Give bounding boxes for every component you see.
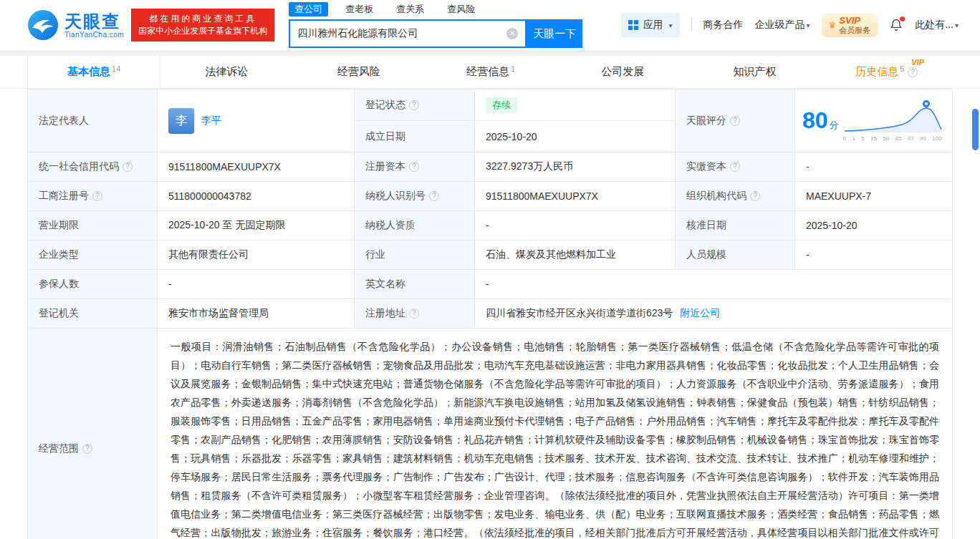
field-label-approval-date: 核准日期 <box>676 211 795 241</box>
tab-count: 14 <box>112 64 120 73</box>
industry-value: 石油、煤炭及其他燃料加工业 <box>475 241 676 270</box>
search-tab-boss[interactable]: 查老板 <box>340 2 379 16</box>
vip-tag: VIP <box>911 58 924 67</box>
search-button[interactable]: 天眼一下 <box>527 19 582 48</box>
search-input[interactable] <box>297 28 506 39</box>
tab-label: 知识产权 <box>734 65 777 79</box>
field-label-establish-date: 成立日期 <box>355 121 475 152</box>
field-label-taxpayer-id: 纳税人识别号 <box>355 182 475 211</box>
help-icon[interactable] <box>123 162 133 172</box>
brand-name: 天眼查 <box>64 12 124 31</box>
field-label-business-scope: 经营范围 <box>28 329 158 539</box>
header: 天眼查 TianYanCha.com 都在用的商业查询工具 国家中小企业发展子基… <box>0 0 980 50</box>
help-icon[interactable] <box>409 100 419 110</box>
apps-label: 应用 <box>643 19 663 31</box>
field-label-organization-code: 组织机构代码 <box>676 182 795 211</box>
tab-label: 经营信息 <box>466 65 509 79</box>
search-box: ✕ <box>289 19 527 48</box>
registration-number-value: 511800000043782 <box>158 182 355 211</box>
user-menu[interactable]: 此处有... ▾ <box>915 19 959 31</box>
avatar[interactable]: 李 <box>168 108 194 134</box>
main-content: 法定代表人 李 李平 登记状态 存续 成立日期 2025-10-20 天眼评分 … <box>0 89 980 539</box>
banner-line1: 都在用的商业查询工具 <box>138 13 267 25</box>
search-tab-relation[interactable]: 查关系 <box>390 2 430 16</box>
search-area: 查公司 查老板 查关系 查风险 ✕ 天眼一下 <box>289 2 582 48</box>
crown-icon: ♛ <box>829 20 837 30</box>
tab-basic-info[interactable]: 基本信息 14 <box>27 56 160 88</box>
field-label-company-type: 企业类型 <box>28 241 158 270</box>
tab-label: 历史信息 <box>855 65 898 79</box>
tab-label: 公司发展 <box>601 65 644 79</box>
status-badge: 存续 <box>486 97 517 113</box>
insured-count-value: - <box>158 270 355 299</box>
tab-label: 基本信息 <box>67 65 110 79</box>
registered-capital-value: 3227.9273万人民币 <box>475 152 676 182</box>
field-label-taxpayer-qualification: 纳税人资质 <box>355 211 475 241</box>
help-icon[interactable] <box>908 67 918 77</box>
business-cooperation-link[interactable]: 商务合作 <box>703 19 744 31</box>
english-name-value: - <box>475 270 952 299</box>
chevron-down-icon: ▾ <box>955 21 959 29</box>
field-label-business-term: 营业期限 <box>28 211 158 241</box>
svip-badge[interactable]: ♛ SVIP 会员服务 <box>822 14 878 37</box>
registered-address-value: 四川省雅安市经开区永兴街道学道街623号 附近公司 <box>475 299 952 329</box>
notification-bell-icon[interactable] <box>889 18 903 32</box>
search-tab-risk[interactable]: 查风险 <box>441 2 481 16</box>
tab-intellectual-property[interactable]: 知识产权 <box>688 56 820 88</box>
legal-representative-link[interactable]: 李平 <box>201 115 221 127</box>
separator-strip <box>0 50 980 56</box>
tab-history-info[interactable]: VIP 历史信息 5 <box>821 56 953 88</box>
help-icon[interactable] <box>92 191 102 201</box>
field-label-insured-count: 参保人数 <box>28 270 158 299</box>
field-label-industry: 行业 <box>355 241 475 270</box>
promo-banner: 都在用的商业查询工具 国家中小企业发展子基金旗下机构 <box>131 9 274 42</box>
help-icon[interactable] <box>409 309 419 319</box>
section-tabs: 基本信息 14 法律诉讼 经营风险 经营信息 1 公司发展 知识产权 VIP 历… <box>0 56 980 89</box>
tianyancha-logo-icon <box>27 9 59 41</box>
chevron-down-icon: ▾ <box>807 21 810 29</box>
field-label-paid-in-capital: 实缴资本 <box>676 152 795 182</box>
clear-icon[interactable]: ✕ <box>506 28 518 39</box>
taxpayer-id-value: 91511800MAEXUUPX7X <box>475 182 676 211</box>
svip-title: SVIP <box>839 16 870 26</box>
field-label-english-name: 英文名称 <box>355 270 475 299</box>
header-menu: 应用 ▾ 商务合作 企业级产品 ▾ ♛ SVIP 会员服务 此处有... ▾ <box>621 13 959 37</box>
field-label-score: 天眼评分 <box>676 89 795 152</box>
tab-label: 经营风险 <box>337 65 380 79</box>
tab-operation-risk[interactable]: 经营风险 <box>293 56 425 88</box>
notification-dot <box>900 16 905 21</box>
svip-subtitle: 会员服务 <box>839 26 870 35</box>
field-label-staff-size: 人员规模 <box>676 241 795 270</box>
help-icon[interactable] <box>429 191 439 201</box>
help-icon[interactable] <box>409 162 419 172</box>
tab-operation-info[interactable]: 经营信息 1 <box>425 56 557 88</box>
divider <box>691 18 692 32</box>
field-label-credit-code: 统一社会信用代码 <box>28 152 158 182</box>
tab-count: 1 <box>511 64 515 73</box>
enterprise-products-link[interactable]: 企业级产品 ▾ <box>755 19 810 31</box>
tab-count: 5 <box>900 64 904 73</box>
establish-date-value: 2025-10-20 <box>475 121 676 152</box>
score-cell: 80 分 01 515 5085 9799 100 <box>795 89 952 152</box>
tab-label: 法律诉讼 <box>205 65 248 79</box>
score-axis: 01 515 5085 9799 100 <box>843 135 942 142</box>
field-label-registration-number: 工商注册号 <box>28 182 158 211</box>
tab-company-development[interactable]: 公司发展 <box>557 56 688 88</box>
help-icon[interactable] <box>730 162 740 172</box>
field-label-legal-representative: 法定代表人 <box>28 89 158 152</box>
nearby-companies-link[interactable]: 附近公司 <box>680 307 720 320</box>
approval-date-value: 2025-10-20 <box>795 211 952 241</box>
field-label-registration-status: 登记状态 <box>355 89 475 121</box>
scrollbar-thumb[interactable] <box>972 109 979 150</box>
logo[interactable]: 天眼查 TianYanCha.com <box>27 9 124 41</box>
apps-menu[interactable]: 应用 ▾ <box>621 13 679 37</box>
tab-legal-proceedings[interactable]: 法律诉讼 <box>160 56 292 88</box>
help-icon[interactable] <box>750 191 760 201</box>
search-tab-company[interactable]: 查公司 <box>289 2 328 16</box>
help-icon[interactable] <box>730 116 740 126</box>
company-type-value: 其他有限责任公司 <box>158 241 355 270</box>
score-value[interactable]: 80 分 <box>802 107 839 134</box>
field-label-registered-address: 注册地址 <box>355 299 475 329</box>
help-icon[interactable] <box>82 444 92 454</box>
field-label-registration-authority: 登记机关 <box>28 299 158 329</box>
